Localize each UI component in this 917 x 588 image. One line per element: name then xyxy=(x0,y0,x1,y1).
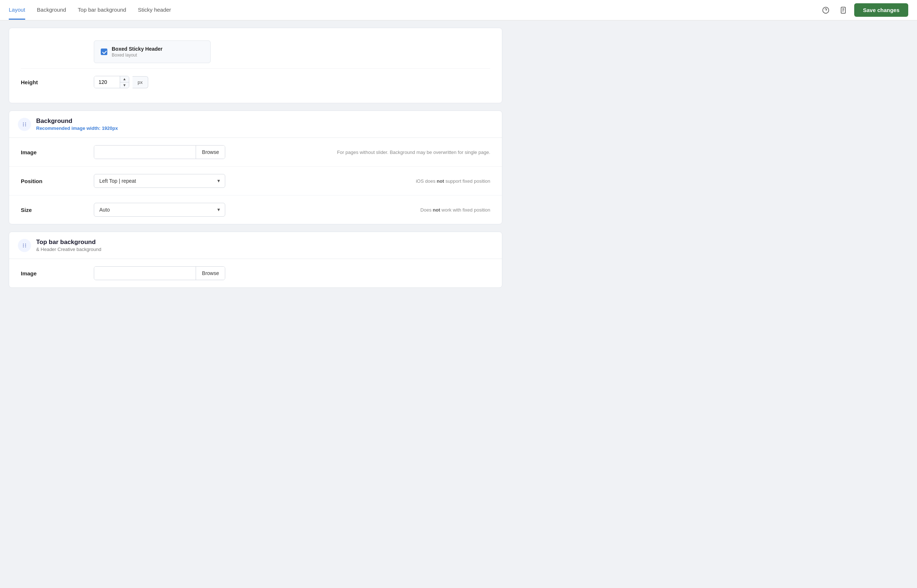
background-section-title-wrap: Background Recommended image width: 1920… xyxy=(36,118,118,131)
topbar-section-title: Top bar background xyxy=(36,239,102,246)
svg-point-12 xyxy=(23,243,24,244)
height-row: Height ▲ ▼ px xyxy=(21,69,490,95)
nav-tabs: Layout Background Top bar background Sti… xyxy=(9,1,819,19)
svg-point-8 xyxy=(23,124,24,124)
notes-icon xyxy=(839,6,847,14)
background-drag-handle[interactable] xyxy=(18,118,31,131)
sticky-header-option-row: Boxed Sticky Header Boxed layout xyxy=(21,36,490,69)
svg-point-15 xyxy=(25,245,26,246)
background-image-label: Image xyxy=(21,149,94,155)
svg-point-7 xyxy=(25,122,26,123)
position-note-end: support fixed position xyxy=(444,178,490,184)
svg-point-9 xyxy=(25,124,26,124)
background-position-row: Position Left Top | repeat Left Top | no… xyxy=(9,167,502,195)
sticky-header-control: Boxed Sticky Header Boxed layout xyxy=(94,40,490,63)
background-subtitle-text: Recommended image width: xyxy=(36,126,102,131)
size-note-end: work with fixed position xyxy=(440,207,490,213)
background-size-row: Size Auto Cover Contain ▼ Does not work … xyxy=(9,195,502,224)
background-size-select-wrap: Auto Cover Contain ▼ xyxy=(94,203,225,216)
height-increment-btn[interactable]: ▲ xyxy=(120,76,129,82)
background-section-title: Background xyxy=(36,118,118,125)
background-section-subtitle: Recommended image width: 1920px xyxy=(36,126,118,131)
main-content: Boxed Sticky Header Boxed layout Height … xyxy=(0,20,511,302)
help-button[interactable] xyxy=(819,4,832,17)
height-unit: px xyxy=(133,76,148,88)
topbar-section-title-wrap: Top bar background & Header Creative bac… xyxy=(36,239,102,252)
topbar-image-row: Image Browse xyxy=(9,259,502,288)
svg-point-10 xyxy=(23,125,24,126)
svg-point-13 xyxy=(25,243,26,244)
background-size-note: Does not work with fixed position xyxy=(421,207,490,213)
background-size-control: Auto Cover Contain ▼ xyxy=(94,203,409,216)
background-image-input[interactable] xyxy=(94,145,196,159)
topbar-section-subtitle: & Header Creative background xyxy=(36,247,102,252)
notes-button[interactable] xyxy=(837,4,850,17)
tab-background[interactable]: Background xyxy=(37,1,66,20)
background-position-note: iOS does not support fixed position xyxy=(416,178,490,184)
position-note-bold: not xyxy=(437,178,444,184)
background-position-select[interactable]: Left Top | repeat Left Top | no-repeat C… xyxy=(94,174,225,188)
background-size-select[interactable]: Auto Cover Contain xyxy=(94,203,225,216)
option-card-text: Boxed Sticky Header Boxed layout xyxy=(112,46,162,58)
background-image-input-wrap: Browse xyxy=(94,145,225,159)
position-note-text: iOS does xyxy=(416,178,437,184)
topbar-drag-handle[interactable] xyxy=(18,239,31,252)
topbar-image-control: Browse xyxy=(94,266,490,280)
boxed-sticky-header-option[interactable]: Boxed Sticky Header Boxed layout xyxy=(94,40,211,63)
tab-layout[interactable]: Layout xyxy=(9,1,25,20)
background-image-control: Browse xyxy=(94,145,325,159)
svg-point-17 xyxy=(25,246,26,247)
height-input-wrap: ▲ ▼ xyxy=(94,76,129,88)
topbar-section-header: Top bar background & Header Creative bac… xyxy=(9,232,502,259)
background-position-control: Left Top | repeat Left Top | no-repeat C… xyxy=(94,174,404,188)
size-note-bold: not xyxy=(433,207,440,213)
top-navigation: Layout Background Top bar background Sti… xyxy=(0,0,917,20)
save-button[interactable]: Save changes xyxy=(854,3,908,17)
background-image-note: For pages without slider. Background may… xyxy=(337,150,490,155)
background-section-header: Background Recommended image width: 1920… xyxy=(9,111,502,138)
background-position-select-wrap: Left Top | repeat Left Top | no-repeat C… xyxy=(94,174,225,188)
height-control: ▲ ▼ px xyxy=(94,76,490,88)
topbar-section-content: Image Browse xyxy=(9,259,502,288)
svg-point-16 xyxy=(23,246,24,247)
background-position-label: Position xyxy=(21,178,94,184)
size-note-text: Does xyxy=(421,207,433,213)
background-section-content: Image Browse For pages without slider. B… xyxy=(9,138,502,224)
boxed-sticky-checkbox[interactable] xyxy=(101,48,107,55)
svg-point-6 xyxy=(23,122,24,123)
svg-point-11 xyxy=(25,125,26,126)
height-label: Height xyxy=(21,79,94,86)
background-subtitle-highlight: 1920px xyxy=(102,126,118,131)
height-input[interactable] xyxy=(94,76,120,88)
tab-topbar[interactable]: Top bar background xyxy=(78,1,126,20)
topbar-browse-button[interactable]: Browse xyxy=(196,267,225,280)
svg-point-14 xyxy=(23,245,24,246)
topbar-image-input[interactable] xyxy=(94,267,196,280)
option-subtitle: Boxed layout xyxy=(112,53,162,58)
background-section-card: Background Recommended image width: 1920… xyxy=(9,110,502,225)
height-spinners: ▲ ▼ xyxy=(120,76,129,88)
partial-section-card: Boxed Sticky Header Boxed layout Height … xyxy=(9,28,502,103)
help-icon xyxy=(822,6,830,14)
topbar-image-label: Image xyxy=(21,270,94,276)
tab-sticky[interactable]: Sticky header xyxy=(138,1,171,20)
topbar-image-input-wrap: Browse xyxy=(94,266,225,280)
topbar-drag-dots-icon xyxy=(21,242,28,249)
background-size-label: Size xyxy=(21,207,94,213)
nav-actions: Save changes xyxy=(819,3,908,17)
height-decrement-btn[interactable]: ▼ xyxy=(120,82,129,88)
option-title: Boxed Sticky Header xyxy=(112,46,162,52)
background-browse-button[interactable]: Browse xyxy=(196,145,225,159)
topbar-section-card: Top bar background & Header Creative bac… xyxy=(9,232,502,288)
background-image-row: Image Browse For pages without slider. B… xyxy=(9,138,502,167)
drag-dots-icon xyxy=(21,121,28,127)
